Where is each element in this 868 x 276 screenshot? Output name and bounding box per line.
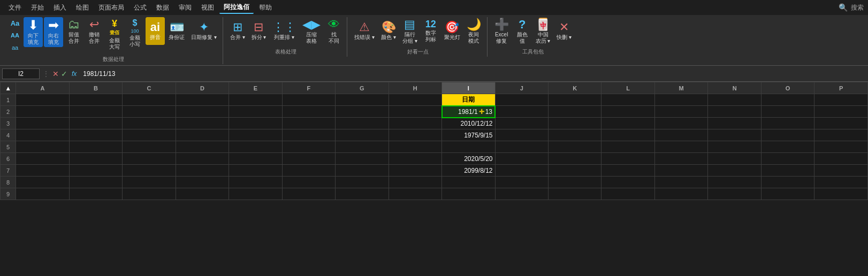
- cell-I8[interactable]: [442, 177, 495, 188]
- menu-file[interactable]: 文件: [4, 2, 26, 13]
- cell-M9[interactable]: [654, 188, 707, 200]
- cell-G8[interactable]: [336, 177, 389, 188]
- cell-O6[interactable]: [761, 153, 814, 165]
- menu-arabic[interactable]: 阿拉逸佰: [219, 2, 254, 14]
- cell-C3[interactable]: [123, 118, 176, 129]
- col-header-E[interactable]: E: [229, 82, 282, 94]
- cell-E4[interactable]: [229, 129, 282, 141]
- cell-A6[interactable]: [16, 153, 69, 165]
- cell-K9[interactable]: [549, 188, 601, 200]
- btn-font-aa-lower[interactable]: aa: [7, 42, 22, 53]
- cell-I3[interactable]: 2010/12/12: [442, 118, 495, 129]
- cell-E6[interactable]: [229, 153, 282, 165]
- btn-excel-fix[interactable]: ➕ Excel修复: [492, 17, 512, 46]
- cell-G7[interactable]: [336, 165, 389, 177]
- cell-A1[interactable]: [16, 94, 69, 106]
- col-header-G[interactable]: G: [336, 82, 389, 94]
- cell-E2[interactable]: [229, 106, 282, 118]
- cell-H9[interactable]: [389, 188, 441, 200]
- cell-D8[interactable]: [176, 177, 229, 188]
- cell-O2[interactable]: [761, 106, 814, 118]
- cell-H3[interactable]: [389, 118, 441, 129]
- cell-K4[interactable]: [549, 129, 601, 141]
- cell-H2[interactable]: [389, 106, 441, 118]
- cell-L2[interactable]: [601, 106, 654, 118]
- cell-K8[interactable]: [549, 177, 601, 188]
- btn-num-label[interactable]: 12 数字列标: [421, 17, 440, 45]
- cell-L3[interactable]: [601, 118, 654, 129]
- cell-L7[interactable]: [601, 165, 654, 177]
- cell-P9[interactable]: [814, 188, 868, 200]
- cell-E5[interactable]: [229, 141, 282, 153]
- btn-retain-merge[interactable]: 🗂 留值合并: [64, 17, 83, 46]
- menu-review[interactable]: 审阅: [174, 2, 196, 13]
- cell-E9[interactable]: [229, 188, 282, 200]
- cell-P7[interactable]: [814, 165, 868, 177]
- cell-E3[interactable]: [229, 118, 282, 129]
- btn-cn-calendar[interactable]: 🀄 中国农历 ▾: [533, 17, 553, 46]
- cell-N5[interactable]: [708, 141, 761, 153]
- cell-F8[interactable]: [282, 177, 335, 188]
- col-header-I[interactable]: I: [442, 82, 495, 94]
- cell-P2[interactable]: [814, 106, 868, 118]
- cell-N7[interactable]: [708, 165, 761, 177]
- col-header-O[interactable]: O: [761, 82, 814, 94]
- cell-J7[interactable]: [495, 165, 548, 177]
- cell-J9[interactable]: [495, 188, 548, 200]
- cell-D6[interactable]: [176, 153, 229, 165]
- cell-reference[interactable]: I2: [2, 68, 40, 79]
- cell-B9[interactable]: [69, 188, 122, 200]
- cell-N8[interactable]: [708, 177, 761, 188]
- cell-H8[interactable]: [389, 177, 441, 188]
- cell-I7[interactable]: 2099/8/12: [442, 165, 495, 177]
- cell-D1[interactable]: [176, 94, 229, 106]
- cell-I1[interactable]: 日期: [442, 94, 495, 106]
- btn-alt-row[interactable]: ▤ 隔行分组 ▾: [400, 17, 420, 46]
- cell-L6[interactable]: [601, 153, 654, 165]
- cell-F4[interactable]: [282, 129, 335, 141]
- cell-N9[interactable]: [708, 188, 761, 200]
- cell-I9[interactable]: [442, 188, 495, 200]
- col-header-J[interactable]: J: [495, 82, 548, 94]
- btn-split[interactable]: ⊟ 拆分 ▾: [249, 17, 269, 45]
- cell-N3[interactable]: [708, 118, 761, 129]
- cell-A4[interactable]: [16, 129, 69, 141]
- cell-G1[interactable]: [336, 94, 389, 106]
- cell-J1[interactable]: [495, 94, 548, 106]
- cell-A2[interactable]: [16, 106, 69, 118]
- btn-quick-del[interactable]: ✕ 快删 ▾: [554, 17, 574, 45]
- cell-G3[interactable]: [336, 118, 389, 129]
- cell-L5[interactable]: [601, 141, 654, 153]
- btn-color-scheme[interactable]: 🎨 颜色 ▾: [378, 17, 399, 45]
- btn-compress[interactable]: ◀▶ 压缩表格: [300, 17, 323, 46]
- cell-B4[interactable]: [69, 129, 122, 141]
- col-header-B[interactable]: B: [69, 82, 122, 94]
- cell-D2[interactable]: [176, 106, 229, 118]
- cell-N6[interactable]: [708, 153, 761, 165]
- cell-J8[interactable]: [495, 177, 548, 188]
- cell-G9[interactable]: [336, 188, 389, 200]
- menu-data[interactable]: 数据: [152, 2, 173, 13]
- cell-I6[interactable]: 2020/5/20: [442, 153, 495, 165]
- cell-J5[interactable]: [495, 141, 548, 153]
- btn-undo-merge[interactable]: ↩ 撤销合并: [85, 17, 104, 46]
- cell-C8[interactable]: [123, 177, 176, 188]
- cell-L1[interactable]: [601, 94, 654, 106]
- btn-font-aa-all-upper[interactable]: AA: [7, 29, 22, 41]
- cell-D3[interactable]: [176, 118, 229, 129]
- cell-K2[interactable]: [549, 106, 601, 118]
- btn-find-error[interactable]: ⚠ 找错误 ▾: [352, 17, 377, 45]
- cell-C2[interactable]: [123, 106, 176, 118]
- cell-B6[interactable]: [69, 153, 122, 165]
- cell-C9[interactable]: [123, 188, 176, 200]
- cell-E8[interactable]: [229, 177, 282, 188]
- cell-O4[interactable]: [761, 129, 814, 141]
- cell-I2[interactable]: 1981/1✛13: [442, 106, 495, 118]
- btn-night-mode[interactable]: 🌙 夜间模式: [464, 17, 484, 46]
- cell-P8[interactable]: [814, 177, 868, 188]
- formula-confirm-icon[interactable]: ✓: [61, 70, 67, 78]
- cell-O1[interactable]: [761, 94, 814, 106]
- cell-F9[interactable]: [282, 188, 335, 200]
- cell-F3[interactable]: [282, 118, 335, 129]
- cell-D7[interactable]: [176, 165, 229, 177]
